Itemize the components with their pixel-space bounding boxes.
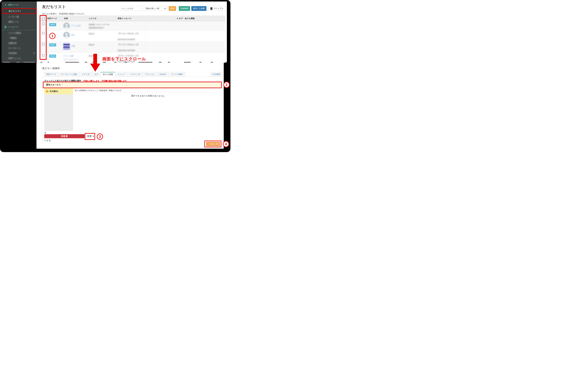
friend-name-sub: ブロックされました (63, 58, 78, 61)
page-subtitle: 友だちの検索や、詳細情報の確認ができます。 (42, 13, 86, 15)
column-header-message: 受信メッセージ (116, 16, 146, 21)
empty-friend-info-message: 選択できる友だち情報がありません (73, 95, 223, 97)
scroll-down-arrow (93, 54, 97, 64)
sidebar-item-scenario-delivery[interactable]: シナリオ配信 (1, 31, 37, 36)
search-button[interactable]: 検索 (169, 6, 176, 11)
sidebar-item-individual-talk[interactable]: 個別トーク (1, 19, 37, 24)
friend-name[interactable]: テスト花子 (71, 24, 81, 27)
scroll-down-arrow-head (90, 64, 100, 72)
qr-avatar (63, 43, 70, 49)
received-timestamp: 2023-08-24 15:29:58 (118, 49, 146, 51)
bulk-section-title: 友だち一括操作 (42, 67, 60, 70)
annotation-step-1: 1 (49, 33, 56, 39)
annotation-rect-checkbox-column (40, 15, 47, 60)
avatar (63, 23, 70, 29)
sidebar-item-message[interactable]: メッセージ (1, 24, 37, 29)
tab-csv[interactable]: CSV操作 (210, 72, 223, 77)
search-toolbar: 登録の新しい順 検索 詳細検索 保存した検索 マニュアル (120, 6, 225, 11)
annotation-step-4: 4 (223, 141, 229, 147)
status-badge: 未対応 (49, 23, 56, 26)
sidebar-item-template[interactable]: テンプレート (1, 46, 37, 51)
sidebar-item-talk-list[interactable]: トーク一覧 (1, 14, 37, 19)
annotation-step-3: 3 (97, 134, 103, 140)
column-header-scenario: シナリオ (87, 16, 116, 21)
folder-list: 未分類(0) ・・・・・・・・・・・・ (44, 88, 73, 131)
friend-table: 対応マーク 名前 シナリオ 受信メッセージ ★ タグ・友だち情報 未対応 テスト… (40, 16, 225, 63)
sidebar-item-label: 友だちリスト (9, 10, 21, 13)
annotation-rect-friend-info-input (43, 82, 222, 88)
annotation-rect-decide-button (204, 141, 221, 147)
friend-name[interactable]: 花子 (71, 34, 75, 36)
column-header-tags: ★ タグ・友だち情報 (146, 16, 225, 21)
sidebar-item-label: 1対1トーク (8, 3, 19, 6)
folder-label: 未分類(0) (50, 90, 58, 93)
tab-tag[interactable]: タグ (92, 72, 101, 77)
received-message: 【フォローされました】 (118, 32, 146, 35)
manual-button[interactable]: マニュアル (209, 6, 225, 11)
bulk-tabs: 対応マーク テンプレート送信 シナリオ タグ 友だち情報 メニュー リマインダ … (42, 72, 223, 77)
tab-phase[interactable]: フェーズ操作 (169, 72, 185, 77)
avatar (63, 32, 70, 38)
table-row: 花子 停止中 【フォローされました】 2023-08-25 14:38:49 (40, 31, 225, 42)
sidebar-item-broadcast[interactable]: 一斉配信 (1, 36, 37, 41)
tab-template-send[interactable]: テンプレート送信 (59, 72, 79, 77)
friend-name-search-input[interactable] (120, 6, 143, 11)
particle-nisuru: にする (44, 139, 51, 142)
chevron-down-icon (164, 7, 166, 9)
panel-divider (73, 92, 223, 93)
bulk-operation-screen: 友だち一括操作 対応マーク テンプレート送信 シナリオ タグ 友だち情報 メニュ… (37, 63, 224, 149)
sidebar-item-friend-list-active[interactable]: 友だちリスト (2, 8, 37, 14)
sidebar-item-answer-form[interactable]: 回答フォーム (1, 56, 37, 61)
status-badge: 未対応 (49, 55, 56, 58)
sidebar-item-1on1-talk[interactable]: ★ 1対1トーク (1, 2, 37, 7)
annotation-step-2: 2 (223, 82, 230, 88)
table-row: 未対応 テスト花子 内定者フォローシナリオ (39)日後 09.26.22 - (40, 21, 225, 31)
sidebar-item-reservation[interactable]: 予約管理 (1, 51, 37, 56)
scroll-instruction-text: 画面を下にスクロール (102, 56, 146, 62)
received-message: 【フォローされました】 (118, 43, 146, 46)
folder-icon (46, 90, 48, 92)
table-header-row: 対応マーク 名前 シナリオ 受信メッセージ ★ タグ・友だち情報 (40, 16, 225, 21)
tab-reminder[interactable]: リマインダ (128, 72, 143, 77)
folder-item-uncategorized[interactable]: 未分類(0) (44, 88, 73, 94)
sort-order-value: 登録の新しい順 (146, 7, 159, 10)
tab-es-output[interactable]: ES出力 (157, 72, 168, 77)
sort-order-select[interactable]: 登録の新しい順 (144, 6, 168, 11)
received-message: - (118, 23, 118, 25)
received-timestamp: 2023-08-25 14:38:49 (118, 38, 146, 41)
column-header-status: 対応マーク (47, 16, 61, 21)
page-title: 友だちリスト (42, 4, 66, 9)
saved-search-button[interactable]: 保存した検索 (191, 6, 207, 11)
selected-value-button[interactable]: 内定者 (44, 134, 84, 138)
folder-footnote: ・・・・・・・・・・・・ (48, 129, 63, 130)
particle-wo: を (44, 131, 46, 134)
advanced-search-button[interactable]: 詳細検索 (179, 6, 190, 11)
sidebar-teal-divider (1, 30, 37, 30)
chevron-down-icon (33, 53, 35, 54)
column-header-name: 名前 (61, 16, 87, 21)
tab-menu[interactable]: メニュー (115, 72, 128, 77)
tab-scenario[interactable]: シナリオ (80, 72, 92, 77)
star-icon: ★ (4, 3, 6, 6)
annotation-rect-change-button (85, 133, 95, 140)
friend-name[interactable]: テスト 太郎 (63, 55, 78, 57)
message-icon (4, 26, 6, 28)
book-icon (210, 7, 212, 10)
friend-name[interactable]: 大貴 (71, 45, 75, 47)
sidebar-divider (1, 8, 37, 8)
tab-friend-info-active[interactable]: 友だち情報 (101, 72, 115, 77)
tab-action[interactable]: アクション (143, 72, 157, 77)
sidebar: ★ 1対1トーク 友だちリスト トーク一覧 個別トーク メッセージ シナリオ配信 (1, 1, 37, 63)
friend-list-screen: ★ 1対1トーク 友だちリスト トーク一覧 個別トーク メッセージ シナリオ配信 (1, 1, 227, 63)
sidebar-item-auto-reply[interactable]: 自動応答 (1, 41, 37, 46)
screenshot-canvas: ★ 1対1トーク 友だちリスト トーク一覧 個別トーク メッセージ シナリオ配信 (0, 0, 231, 152)
table-row: 未対応 大貴 停止中 【フォローされました】 2023-08-24 15:29:… (40, 42, 225, 53)
status-badge: 未対応 (49, 43, 56, 46)
tab-taiou-mark[interactable]: 対応マーク (44, 72, 58, 77)
friend-list-main: 友だちリスト 友だちの検索や、詳細情報の確認ができます。 登録の新しい順 検索 … (37, 1, 227, 63)
friend-info-hint: 友だち情報名を入力することで新規追加・検索ができます (75, 89, 122, 92)
